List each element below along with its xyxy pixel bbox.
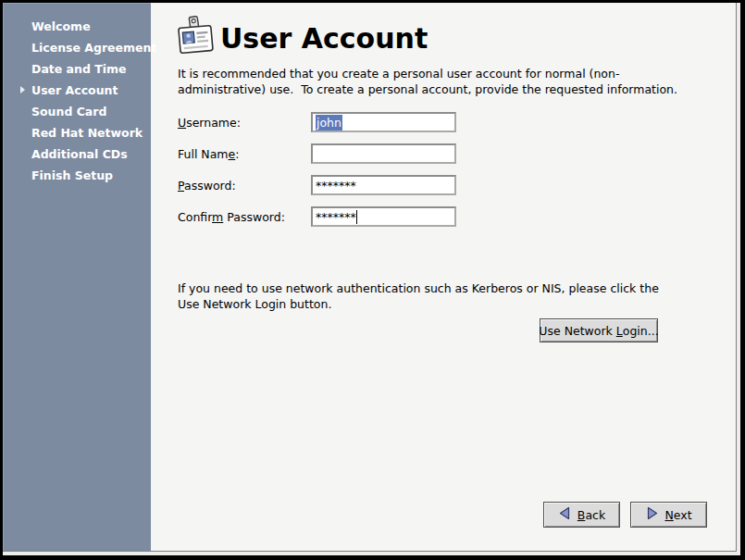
active-step-arrow-icon bbox=[20, 86, 25, 93]
sidebar-item-red-hat-network[interactable]: Red Hat Network bbox=[4, 122, 151, 143]
fullname-input[interactable] bbox=[311, 143, 456, 164]
text-caret bbox=[356, 210, 357, 224]
steps-list: Welcome License Agreement Date and Time … bbox=[4, 4, 151, 186]
next-arrow-icon bbox=[645, 506, 659, 523]
main-content: User Account It is recommended that you … bbox=[151, 3, 736, 551]
sidebar-item-label: User Account bbox=[31, 83, 118, 97]
back-button-label: Back bbox=[577, 508, 605, 522]
network-auth-text: If you need to use network authenticatio… bbox=[178, 280, 677, 312]
sidebar-item-license-agreement[interactable]: License Agreement bbox=[4, 37, 151, 58]
username-row: Username: john bbox=[178, 112, 566, 132]
sidebar-item-finish-setup[interactable]: Finish Setup bbox=[4, 165, 151, 186]
intro-line-2: administrative) use. To create a persona… bbox=[178, 81, 677, 97]
confirm-password-label: Confirm Password: bbox=[178, 210, 285, 224]
window-client-area: Welcome License Agreement Date and Time … bbox=[3, 3, 737, 552]
sidebar-item-sound-card[interactable]: Sound Card bbox=[4, 101, 151, 122]
sidebar-item-date-and-time[interactable]: Date and Time bbox=[4, 58, 151, 80]
sidebar-item-label: Date and Time bbox=[31, 62, 127, 76]
sidebar-item-label: Welcome bbox=[31, 19, 91, 33]
network-auth-line-2: Use Network Login button. bbox=[178, 296, 677, 312]
sidebar-item-welcome[interactable]: Welcome bbox=[4, 16, 151, 37]
sidebar-item-user-account[interactable]: User Account bbox=[4, 80, 151, 101]
sidebar-item-label: License Agreement bbox=[31, 41, 156, 55]
sidebar-item-label: Additional CDs bbox=[31, 147, 128, 161]
masked-text: ******* bbox=[316, 179, 356, 193]
username-input[interactable]: john bbox=[311, 112, 456, 132]
password-input[interactable]: ******* bbox=[311, 175, 456, 195]
next-button[interactable]: Next bbox=[630, 502, 707, 528]
sidebar-item-label: Finish Setup bbox=[31, 168, 113, 182]
selected-text: john bbox=[316, 115, 342, 131]
sidebar-item-label: Sound Card bbox=[31, 105, 106, 118]
fullname-label: Full Name: bbox=[178, 147, 239, 161]
network-auth-line-1: If you need to use network authenticatio… bbox=[178, 280, 677, 296]
back-button[interactable]: Back bbox=[543, 502, 620, 528]
setup-agent-window: Welcome License Agreement Date and Time … bbox=[0, 0, 745, 560]
username-label: Username: bbox=[178, 116, 241, 130]
sidebar-item-additional-cds[interactable]: Additional CDs bbox=[4, 143, 151, 165]
steps-sidebar: Welcome License Agreement Date and Time … bbox=[3, 3, 151, 551]
back-arrow-icon bbox=[558, 506, 572, 523]
id-badge-icon bbox=[176, 15, 215, 61]
password-label: Password: bbox=[178, 179, 236, 193]
intro-line-1: It is recommended that you create a pers… bbox=[178, 66, 677, 81]
sidebar-item-label: Red Hat Network bbox=[31, 126, 143, 140]
fullname-row: Full Name: bbox=[178, 143, 566, 164]
masked-text: ******* bbox=[316, 210, 356, 224]
window-frame: Welcome License Agreement Date and Time … bbox=[3, 3, 740, 555]
confirm-password-input[interactable]: ******* bbox=[311, 206, 456, 227]
intro-text: It is recommended that you create a pers… bbox=[178, 66, 677, 97]
use-network-login-button[interactable]: Use Network Login... bbox=[540, 318, 658, 342]
password-row: Password: ******* bbox=[178, 175, 566, 195]
page-title: User Account bbox=[220, 22, 428, 55]
confirm-password-row: Confirm Password: ******* bbox=[178, 206, 566, 227]
next-button-label: Next bbox=[664, 508, 691, 522]
